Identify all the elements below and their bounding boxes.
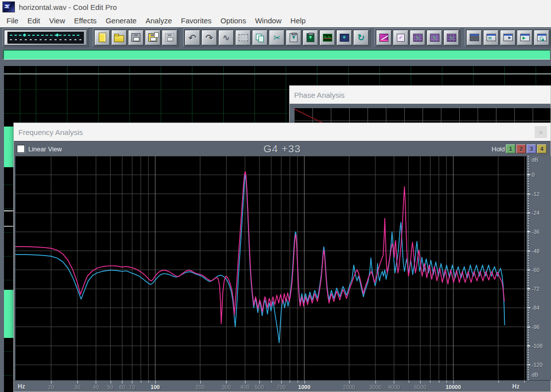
mix-paste-button[interactable]: [319, 30, 335, 46]
effect-dialog-button[interactable]: ✓: [393, 30, 409, 46]
hold-button-3[interactable]: 3: [527, 144, 536, 153]
spectrum-plot[interactable]: [15, 156, 526, 380]
hold-button-2[interactable]: 2: [516, 144, 526, 153]
hz-tick-label-50: 50: [107, 384, 113, 390]
save-as-icon: [148, 33, 157, 42]
effect-amplify-button[interactable]: ∿: [443, 30, 459, 46]
effect-filter-icon: ∿: [430, 34, 439, 42]
toolbar-group-edit: ↶↷∿✂▼▼✶↻: [184, 29, 370, 47]
hold-button-4[interactable]: 4: [537, 144, 547, 153]
note-readout: G4 +33: [14, 143, 551, 155]
undo-button[interactable]: ↶: [184, 30, 200, 46]
hz-tick-label-300: 300: [222, 384, 231, 390]
copy-icon: [256, 34, 264, 42]
open-file-button[interactable]: [111, 30, 127, 46]
effect-stretch-button[interactable]: ∿: [410, 30, 426, 46]
toolbar-group-file: [93, 29, 179, 47]
waveform-green-block: [4, 290, 13, 338]
db-tick-label: -36: [532, 229, 540, 235]
redo-button[interactable]: ↷: [201, 30, 217, 46]
paste-button[interactable]: ▼: [286, 30, 302, 46]
selection-frame-button[interactable]: [235, 30, 251, 46]
hz-tick-label-400: 400: [241, 384, 249, 390]
convert-sample-type-button[interactable]: ✶: [336, 30, 352, 46]
channel-centerline: [4, 226, 13, 227]
phase-window-toolbar-band: [290, 104, 551, 108]
menu-item-edit[interactable]: Edit: [23, 15, 45, 26]
menu-item-generate[interactable]: Generate: [101, 15, 141, 26]
zoom-window-icon: [537, 34, 547, 41]
repeat-last-command-icon: ↻: [357, 32, 365, 43]
info-window-icon: [487, 34, 496, 41]
workspace-left-frame: [0, 66, 4, 392]
waveform-view-toggle-button[interactable]: ◆◆: [4, 30, 87, 46]
waveform-ruler-line: [4, 73, 551, 74]
db-tick-label: 0: [532, 172, 535, 178]
waveform-view-toggle-icon: ◆◆: [7, 32, 84, 44]
cue-list-window-icon: [470, 34, 479, 41]
menu-item-favorites[interactable]: Favorites: [177, 15, 216, 26]
play-window-button[interactable]: [517, 30, 533, 46]
frequency-analysis-window: Frequency Analysis × Linear View G4 +33 …: [13, 123, 551, 392]
waveform-green-block: [4, 127, 13, 167]
horizontal-scroll-bar[interactable]: [3, 50, 550, 60]
playlist-window-button[interactable]: [500, 30, 516, 46]
toolbar-group-effects: ✓∿∿∿: [375, 29, 460, 47]
menu-item-help[interactable]: Help: [286, 15, 310, 26]
phase-window-titlebar[interactable]: Phase Analysis: [290, 86, 551, 104]
menu-item-view[interactable]: View: [45, 15, 69, 26]
db-axis-ticks: [528, 156, 529, 380]
save-file-button[interactable]: [128, 30, 144, 46]
zoom-window-button[interactable]: [534, 30, 550, 46]
menu-bar: FileEditViewEffectsGenerateAnalyzeFavori…: [0, 14, 551, 27]
play-window-icon: [520, 34, 530, 41]
menu-item-window[interactable]: Window: [250, 15, 286, 26]
info-window-button[interactable]: [483, 30, 499, 46]
hz-tick-label-100: 100: [151, 384, 160, 390]
mix-paste-icon: [323, 34, 332, 42]
hold-button-1[interactable]: 1: [506, 144, 515, 153]
nav-bar-row: [0, 47, 551, 66]
menu-item-options[interactable]: Options: [216, 15, 250, 26]
close-icon[interactable]: ×: [535, 126, 547, 138]
new-file-button[interactable]: [94, 30, 110, 46]
hz-tick-label-4000: 4000: [388, 384, 400, 390]
cue-list-window-button[interactable]: [466, 30, 482, 46]
app-logo-icon: [2, 1, 15, 12]
hz-tick-label-1000: 1000: [298, 384, 310, 390]
save-selection-button[interactable]: [162, 30, 178, 46]
paste-to-new-button[interactable]: ▼: [303, 30, 318, 46]
window-title: horizontal.wav - Cool Edit Pro: [19, 3, 117, 11]
hz-tick-label-30: 30: [74, 384, 80, 390]
phase-analysis-window: Phase Analysis: [289, 85, 551, 125]
db-tick-label: -120: [532, 362, 543, 368]
spectrum-trace-left-channel: [15, 175, 505, 342]
effect-filter-button[interactable]: ∿: [427, 30, 442, 46]
frequency-header-bar: Linear View G4 +33 Hold 1234: [14, 141, 551, 156]
effect-envelope-button[interactable]: [376, 30, 392, 46]
menu-item-file[interactable]: File: [2, 15, 23, 26]
hz-tick-label-3000: 3000: [369, 384, 381, 390]
cut-button[interactable]: ✂: [269, 30, 285, 46]
hz-tick-label-70: 70: [129, 384, 135, 390]
repeat-last-command-button[interactable]: ↻: [353, 30, 369, 46]
paste-to-new-icon: ▼: [306, 33, 314, 42]
open-file-icon: [114, 35, 124, 42]
db-tick-label: -84: [532, 305, 540, 311]
menu-item-effects[interactable]: Effects: [69, 15, 101, 26]
hz-tick-label-10000: 10000: [446, 384, 461, 390]
paste-icon: ▼: [290, 33, 298, 42]
save-as-button[interactable]: [145, 30, 161, 46]
db-tick-label: -108: [532, 343, 543, 349]
db-tick-label: -12: [532, 191, 540, 197]
toolbar-group-windows: 0:15: [465, 29, 551, 47]
hold-buttons: 1234: [506, 144, 547, 153]
copy-button[interactable]: [252, 30, 268, 46]
db-axis: dB0-12-24-36-48-60-72-84-96-108-120dB: [526, 156, 551, 380]
trim-button[interactable]: ∿: [218, 30, 234, 46]
save-selection-icon: [165, 33, 174, 42]
frequency-window-title: Frequency Analysis: [14, 128, 83, 136]
menu-item-analyze[interactable]: Analyze: [141, 15, 176, 26]
frequency-axis: 2030405060701002003004005007001000200030…: [14, 380, 551, 392]
frequency-window-titlebar[interactable]: Frequency Analysis ×: [14, 123, 551, 141]
